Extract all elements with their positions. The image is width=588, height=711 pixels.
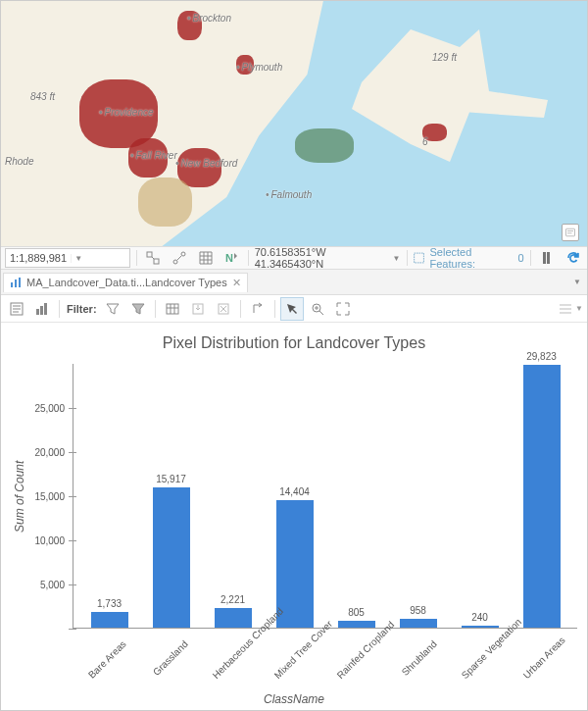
full-extent-icon[interactable]: [331, 297, 355, 321]
scale-combo[interactable]: 1:1,889,981 ▼: [5, 248, 130, 268]
plot-area[interactable]: 1,73315,9172,22114,40480595824029,823: [74, 364, 577, 629]
selected-count: 0: [518, 252, 524, 264]
separator: [59, 300, 60, 318]
snap-icon[interactable]: [170, 247, 190, 269]
bar[interactable]: [462, 626, 499, 628]
map-label: Fall River: [130, 150, 177, 161]
tab-chart[interactable]: MA_Landcover_Data.ti...Landcover Types ✕: [3, 273, 248, 292]
coordinates-display[interactable]: 70.6158351°W 41.3465430°N ▼: [255, 246, 401, 270]
y-axis-label: Sum of Count: [11, 364, 28, 629]
separator: [136, 250, 137, 266]
y-tick-label: 10,000: [34, 535, 65, 546]
separator: [530, 250, 531, 266]
bar-column[interactable]: 15,917: [147, 474, 196, 628]
map-green-blotch: [295, 128, 354, 163]
selected-label: Selected Features:: [430, 246, 514, 270]
x-axis-label: ClassName: [11, 692, 577, 706]
bar[interactable]: [153, 487, 190, 628]
y-tick-label: 15,000: [34, 491, 65, 502]
bar-value-label: 958: [410, 605, 426, 616]
bar-value-label: 805: [348, 607, 365, 618]
constraint-icon[interactable]: [143, 247, 164, 269]
map-label: Falmouth: [266, 189, 312, 200]
svg-rect-3: [147, 252, 152, 257]
properties-icon[interactable]: [5, 297, 28, 321]
selected-features[interactable]: Selected Features: 0: [413, 246, 523, 270]
bar-value-label: 1,733: [97, 598, 122, 609]
close-icon[interactable]: ✕: [232, 277, 241, 289]
svg-line-30: [319, 311, 323, 315]
map-label: Plymouth: [236, 62, 282, 73]
view-tabs: MA_Landcover_Data.ti...Landcover Types ✕…: [1, 270, 587, 295]
zoom-tool-icon[interactable]: [306, 297, 329, 321]
pause-icon[interactable]: [537, 247, 558, 269]
bar-value-label: 14,404: [279, 486, 310, 497]
bar[interactable]: [215, 608, 252, 628]
map-view[interactable]: BrocktonPlymouth843 ft129 ftProvidenceFa…: [1, 1, 587, 246]
toolbar-menu[interactable]: ▼: [558, 302, 583, 316]
bar[interactable]: [91, 612, 128, 628]
svg-rect-11: [11, 282, 13, 287]
svg-line-8: [177, 256, 181, 260]
y-tick-label: 25,000: [34, 403, 65, 414]
map-label: 843 ft: [30, 91, 55, 102]
separator: [248, 250, 249, 266]
chart-type-icon[interactable]: [30, 297, 54, 321]
filter-label: Filter:: [67, 303, 97, 315]
svg-rect-21: [167, 304, 178, 314]
y-tick-label: 5,000: [40, 580, 65, 590]
bar-column[interactable]: 240: [456, 612, 505, 628]
x-category-label: Bare Areas: [85, 638, 127, 681]
scale-value: 1:1,889,981: [6, 252, 71, 264]
bar[interactable]: [338, 621, 375, 628]
map-label: Brockton: [187, 13, 231, 24]
y-axis: 5,00010,00015,00020,00025,000: [28, 364, 74, 629]
bar-column[interactable]: 29,823: [517, 351, 566, 628]
svg-point-6: [173, 260, 177, 264]
map-label: 6: [422, 136, 428, 147]
bar-value-label: 240: [471, 612, 488, 623]
map-label: New Bedford: [175, 158, 237, 169]
svg-line-5: [152, 257, 154, 259]
map-attribution-icon[interactable]: [562, 224, 579, 241]
bar-column[interactable]: 1,733: [85, 598, 134, 628]
svg-rect-18: [36, 309, 39, 315]
x-category-label: Shrubland: [397, 638, 439, 681]
bar[interactable]: [400, 619, 437, 628]
map-label: 129 ft: [432, 52, 457, 63]
bar-column[interactable]: 805: [332, 607, 381, 628]
chevron-down-icon[interactable]: ▼: [71, 254, 129, 263]
bar-value-label: 15,917: [156, 474, 186, 484]
bar[interactable]: [523, 365, 561, 628]
select-tool-icon[interactable]: [280, 297, 304, 321]
bar-column[interactable]: 958: [394, 605, 443, 628]
rotate-icon[interactable]: [246, 297, 270, 321]
chart-pane: Pixel Distribution for Landcover Types S…: [1, 323, 587, 710]
separator: [407, 250, 408, 266]
y-tick: [69, 629, 76, 630]
bar-chart-icon: [10, 277, 22, 288]
separator: [240, 300, 241, 318]
tabs-menu-icon[interactable]: ▼: [567, 278, 587, 286]
bar-column[interactable]: 2,221: [209, 594, 258, 628]
coordinates-value: 70.6158351°W 41.3465430°N: [255, 246, 389, 270]
table-icon[interactable]: [161, 297, 184, 321]
dynamic-icon[interactable]: N: [221, 247, 242, 269]
export-icon[interactable]: [186, 297, 210, 321]
chevron-down-icon[interactable]: ▼: [393, 254, 401, 263]
filter-selection-icon[interactable]: [101, 297, 124, 321]
refresh-icon[interactable]: [563, 247, 583, 269]
filter-extent-icon[interactable]: [126, 297, 150, 321]
grid-icon[interactable]: [195, 247, 216, 269]
x-category-label: Sparse Vegetation: [459, 638, 501, 681]
clear-icon[interactable]: [212, 297, 235, 321]
bar[interactable]: [276, 500, 314, 628]
x-category-label: Rainfed Cropland: [334, 638, 376, 681]
chart-title: Pixel Distribution for Landcover Types: [11, 334, 577, 352]
svg-rect-12: [15, 279, 17, 287]
svg-rect-0: [566, 229, 575, 236]
x-axis-labels: Bare AreasGrasslandHerbaceous CroplandMi…: [70, 629, 577, 643]
map-tan-blotch: [138, 178, 192, 227]
chevron-down-icon: ▼: [575, 304, 583, 313]
tab-label: MA_Landcover_Data.ti...Landcover Types: [26, 277, 227, 288]
